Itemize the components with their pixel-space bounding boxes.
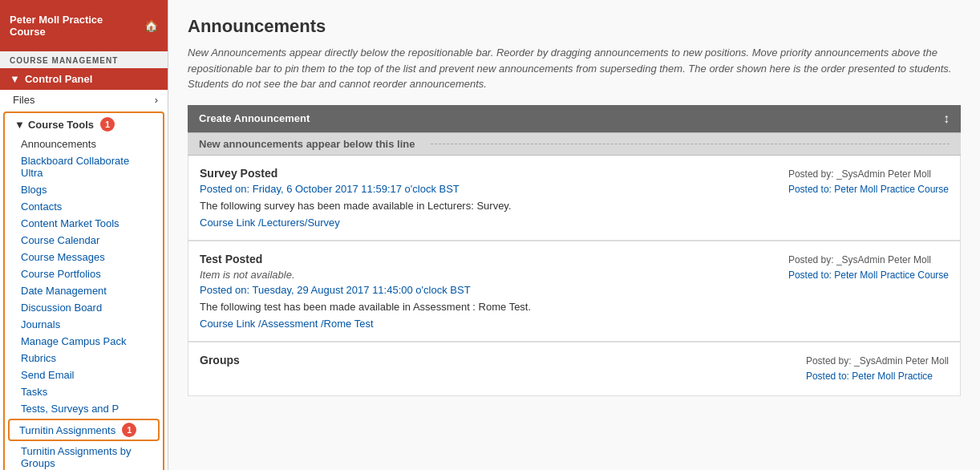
meta-posted-to-groups[interactable]: Posted to: Peter Moll Practice bbox=[806, 371, 933, 382]
sidebar-link-turnitin[interactable]: Turnitin Assignments 1 bbox=[10, 420, 158, 440]
course-tools-section: ▼ Course Tools 1 Announcements Blackboar… bbox=[3, 111, 164, 470]
expand-arrow: ▼ bbox=[10, 73, 20, 85]
sidebar-link-manage-campus[interactable]: Manage Campus Pack bbox=[5, 333, 163, 350]
expand-icon: ▼ bbox=[14, 119, 25, 131]
announcement-card-test: Test Posted Item is not available. Poste… bbox=[188, 241, 961, 342]
announcements-toolbar: Create Announcement ↕ bbox=[188, 105, 961, 132]
sidebar-link-tests-surveys[interactable]: Tests, Surveys and P bbox=[5, 400, 163, 417]
home-icon[interactable]: 🏠 bbox=[144, 19, 158, 32]
announcement-card-survey: Survey Posted Posted on: Friday, 6 Octob… bbox=[188, 156, 961, 241]
files-arrow-right: › bbox=[155, 94, 158, 106]
turnitin-section: Turnitin Assignments 1 bbox=[8, 419, 160, 441]
page-description: New Announcements appear directly below … bbox=[188, 45, 961, 92]
sidebar-link-course-calendar[interactable]: Course Calendar bbox=[5, 232, 163, 249]
page-title: Announcements bbox=[188, 16, 961, 37]
separator-line bbox=[431, 144, 950, 144]
sidebar-item-files[interactable]: Files › bbox=[0, 90, 168, 110]
sidebar-link-course-messages[interactable]: Course Messages bbox=[5, 249, 163, 265]
course-tools-label: Course Tools bbox=[28, 119, 94, 131]
sidebar-link-send-email[interactable]: Send Email bbox=[5, 367, 163, 383]
announcement-body-survey: Survey Posted Posted on: Friday, 6 Octob… bbox=[200, 167, 772, 229]
announcement-date-survey: Posted on: Friday, 6 October 2017 11:59:… bbox=[200, 183, 772, 195]
sidebar-link-tasks[interactable]: Tasks bbox=[5, 383, 163, 400]
announcement-italic-test: Item is not available. bbox=[200, 269, 772, 281]
sort-icon[interactable]: ↕ bbox=[943, 111, 950, 126]
announcement-title-survey: Survey Posted bbox=[200, 167, 772, 180]
course-tools-header[interactable]: ▼ Course Tools 1 bbox=[5, 113, 163, 136]
course-title: Peter Moll Practice Course bbox=[10, 14, 138, 38]
separator-bar: New announcements appear below this line bbox=[188, 132, 961, 156]
sidebar-link-turnitin-groups[interactable]: Turnitin Assignments by Groups bbox=[5, 443, 163, 470]
sidebar-link-journals[interactable]: Journals bbox=[5, 316, 163, 333]
meta-posted-to-survey[interactable]: Posted to: Peter Moll Practice Course bbox=[788, 184, 949, 195]
announcement-body-groups: Groups bbox=[200, 354, 790, 384]
meta-posted-by-survey: Posted by: _SysAdmin Peter Moll bbox=[788, 168, 931, 180]
meta-posted-to-test[interactable]: Posted to: Peter Moll Practice Course bbox=[788, 269, 949, 281]
course-tools-badge: 1 bbox=[100, 117, 115, 132]
announcement-link-survey[interactable]: Course Link /Lecturers/Survey bbox=[200, 217, 340, 229]
announcement-card-groups: Groups Posted by: _SysAdmin Peter Moll P… bbox=[188, 342, 961, 396]
course-management-label: COURSE MANAGEMENT bbox=[0, 51, 168, 68]
sidebar: Peter Moll Practice Course 🏠 COURSE MANA… bbox=[0, 0, 168, 470]
files-label: Files bbox=[13, 94, 34, 106]
sidebar-link-announcements[interactable]: Announcements bbox=[5, 136, 163, 152]
announcement-text-survey: The following survey has been made avail… bbox=[200, 200, 772, 212]
sidebar-link-course-portfolios[interactable]: Course Portfolios bbox=[5, 265, 163, 282]
announcement-text-test: The following test has been made availab… bbox=[200, 301, 772, 313]
turnitin-badge: 1 bbox=[122, 423, 136, 437]
meta-posted-by-groups: Posted by: _SysAdmin Peter Moll bbox=[806, 355, 949, 367]
separator-text: New announcements appear below this line bbox=[199, 138, 415, 150]
sidebar-link-blogs[interactable]: Blogs bbox=[5, 181, 163, 198]
sidebar-link-rubrics[interactable]: Rubrics bbox=[5, 350, 163, 367]
create-announcement-button[interactable]: Create Announcement bbox=[199, 112, 310, 124]
sidebar-course-header: Peter Moll Practice Course 🏠 bbox=[0, 0, 168, 51]
announcement-date-test: Posted on: Tuesday, 29 August 2017 11:45… bbox=[200, 284, 772, 296]
announcement-meta-test: Posted by: _SysAdmin Peter Moll Posted t… bbox=[788, 253, 949, 330]
control-panel-label: Control Panel bbox=[25, 73, 93, 85]
announcement-title-test: Test Posted bbox=[200, 253, 772, 265]
control-panel-bar: ▼ Control Panel bbox=[0, 68, 168, 90]
sidebar-link-discussion-board[interactable]: Discussion Board bbox=[5, 299, 163, 316]
announcement-meta-survey: Posted by: _SysAdmin Peter Moll Posted t… bbox=[788, 167, 949, 229]
announcement-body-test: Test Posted Item is not available. Poste… bbox=[200, 253, 772, 330]
sidebar-link-contacts[interactable]: Contacts bbox=[5, 198, 163, 215]
sidebar-link-bb-collaborate[interactable]: Blackboard Collaborate Ultra bbox=[5, 152, 163, 181]
announcement-link-test[interactable]: Course Link /Assessment /Rome Test bbox=[200, 318, 374, 330]
main-content: Announcements New Announcements appear d… bbox=[168, 0, 980, 470]
announcement-meta-groups: Posted by: _SysAdmin Peter Moll Posted t… bbox=[806, 354, 949, 384]
sidebar-link-date-management[interactable]: Date Management bbox=[5, 282, 163, 299]
meta-posted-by-test: Posted by: _SysAdmin Peter Moll bbox=[788, 254, 931, 265]
announcement-title-groups: Groups bbox=[200, 354, 790, 367]
sidebar-link-content-market[interactable]: Content Market Tools bbox=[5, 215, 163, 232]
